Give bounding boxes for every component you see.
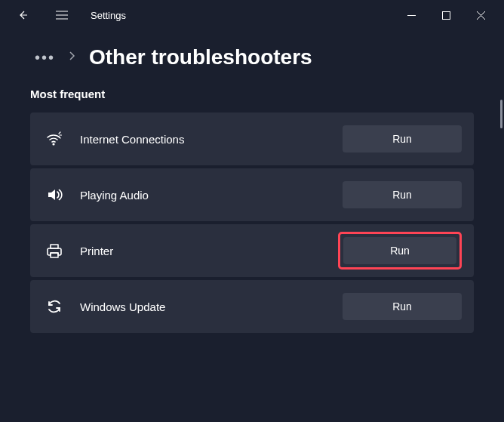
- troubleshooter-internet-connections: Internet Connections Run: [30, 112, 474, 165]
- run-button[interactable]: Run: [343, 125, 462, 152]
- page-title: Other troubleshooters: [89, 45, 312, 69]
- titlebar: Settings: [0, 0, 504, 30]
- chevron-right-icon: [69, 51, 75, 64]
- back-arrow-icon: [17, 9, 29, 21]
- svg-point-1: [53, 143, 54, 145]
- menu-button[interactable]: [51, 5, 72, 26]
- wifi-icon: [45, 130, 63, 148]
- breadcrumb-ellipsis[interactable]: •••: [35, 49, 55, 66]
- troubleshooter-label: Printer: [80, 245, 321, 257]
- minimize-icon: [407, 11, 416, 20]
- run-button[interactable]: Run: [343, 181, 462, 208]
- highlight-annotation: Run: [338, 232, 462, 270]
- svg-rect-3: [51, 253, 58, 257]
- troubleshooter-windows-update: Windows Update Run: [30, 280, 474, 333]
- update-icon: [45, 297, 63, 316]
- troubleshooter-label: Internet Connections: [80, 133, 326, 146]
- troubleshooter-printer: Printer Run: [30, 224, 474, 277]
- audio-icon: [45, 186, 63, 204]
- troubleshooter-label: Playing Audio: [80, 189, 326, 202]
- section-title: Most frequent: [0, 88, 504, 112]
- maximize-icon: [442, 11, 450, 20]
- scrollbar[interactable]: [500, 100, 502, 128]
- close-icon: [477, 11, 485, 20]
- app-title: Settings: [91, 10, 126, 21]
- run-button[interactable]: Run: [343, 293, 462, 320]
- maximize-button[interactable]: [429, 3, 463, 27]
- troubleshooter-list: Internet Connections Run Playing Audio R…: [0, 112, 504, 333]
- back-button[interactable]: [12, 5, 33, 26]
- close-button[interactable]: [463, 3, 498, 27]
- titlebar-left: Settings: [12, 5, 126, 26]
- breadcrumb: ••• Other troubleshooters: [0, 30, 504, 88]
- printer-icon: [45, 242, 63, 260]
- troubleshooter-label: Windows Update: [80, 300, 326, 313]
- window-controls: [394, 3, 498, 27]
- svg-rect-0: [442, 11, 450, 19]
- troubleshooter-playing-audio: Playing Audio Run: [30, 168, 474, 221]
- run-button[interactable]: Run: [343, 237, 456, 264]
- hamburger-icon: [56, 11, 68, 20]
- minimize-button[interactable]: [394, 3, 429, 27]
